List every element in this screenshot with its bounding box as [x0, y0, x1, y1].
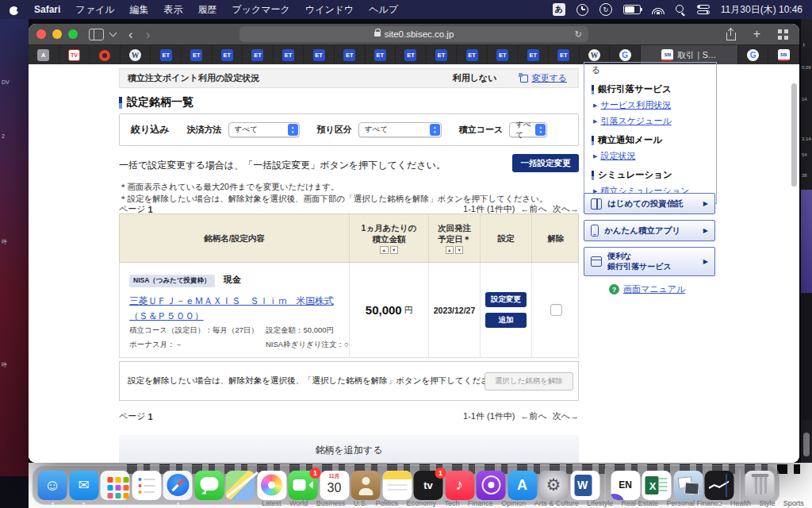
launchpad-dock-icon[interactable] — [101, 471, 130, 500]
address-bar[interactable]: site0.sbisec.co.jp ↻ — [239, 26, 588, 42]
safari-dock-icon[interactable] — [163, 471, 193, 500]
calendar-icon — [591, 256, 602, 267]
sort-desc-icon[interactable]: ▼ — [455, 246, 463, 254]
photos-dock-icon[interactable] — [257, 471, 286, 500]
bulk-change-button[interactable]: 一括設定変更 — [512, 154, 579, 172]
trash-dock-icon[interactable] — [745, 471, 775, 500]
banner-button-2[interactable]: かんたん積立アプリ▶ — [584, 220, 715, 241]
menu-item-4[interactable]: 表示 — [163, 3, 182, 17]
finder-dock-icon[interactable]: ☺ — [38, 471, 67, 500]
en-app-dock-icon[interactable]: EN — [611, 471, 640, 500]
browser-tab-7[interactable]: ET — [213, 45, 243, 65]
add-setting-button[interactable]: 追加 — [485, 313, 527, 328]
browser-tab-2[interactable]: TV — [59, 45, 90, 65]
browser-tab-10[interactable]: ET — [304, 45, 335, 65]
mail-dock-icon[interactable]: ✉ — [69, 471, 98, 500]
share-icon[interactable] — [726, 29, 736, 40]
gallery-app-dock-icon[interactable] — [673, 471, 703, 500]
browser-tab-6[interactable]: ET — [182, 45, 213, 65]
sidebar-link[interactable]: サービス利用状況 — [600, 99, 671, 111]
battery-icon[interactable] — [623, 5, 641, 14]
minimize-window-button[interactable] — [52, 29, 62, 39]
sidebar-link[interactable]: 設定状況 — [600, 150, 635, 162]
sort-asc-icon[interactable]: ▲ — [380, 246, 388, 254]
change-setting-button[interactable]: 設定変更 — [485, 292, 527, 307]
fund-name-link[interactable]: 三菱ＵＦＪ－ｅＭＡＸＩＳ Ｓｌｉｍ 米国株式（Ｓ＆Ｐ５００） — [129, 294, 339, 323]
notes-dock-icon[interactable] — [382, 471, 412, 500]
close-window-button[interactable] — [36, 29, 46, 39]
menu-item-2[interactable]: ファイル — [75, 3, 114, 17]
contacts-dock-icon[interactable] — [351, 471, 381, 500]
menu-item-5[interactable]: 履歴 — [197, 3, 216, 17]
reload-icon[interactable]: ↻ — [575, 29, 582, 40]
tab-overview-icon[interactable] — [778, 29, 788, 40]
browser-tab-12[interactable]: ET — [366, 45, 396, 65]
excel-dock-icon[interactable]: X — [642, 471, 672, 500]
screen-manual-link[interactable]: 画面マニュアル — [623, 283, 685, 295]
podcasts-dock-icon[interactable] — [477, 471, 506, 500]
reminders-dock-icon[interactable] — [132, 471, 161, 500]
apple-menu-icon[interactable] — [10, 5, 19, 15]
browser-tab-23[interactable]: SBI — [768, 45, 799, 65]
clock-status-icon[interactable] — [576, 4, 588, 16]
phone-icon — [591, 225, 599, 237]
sidebar-link[interactable]: 引落スケジュール — [600, 115, 671, 127]
browser-tab-15[interactable]: ET — [457, 45, 488, 65]
chevron-down-icon[interactable] — [109, 29, 117, 37]
input-source-icon[interactable]: あ — [553, 3, 565, 16]
back-button[interactable]: ‹ — [128, 28, 133, 41]
release-checkbox[interactable] — [550, 304, 562, 316]
menu-item-8[interactable]: ヘルプ — [369, 3, 398, 17]
banner-button-1[interactable]: はじめての投資信託▶ — [584, 193, 715, 214]
browser-tab-17[interactable]: ET — [519, 45, 550, 65]
sidebar-toggle-icon[interactable] — [89, 29, 104, 40]
sort-desc-icon[interactable]: ▼ — [390, 246, 398, 254]
filter-select-1[interactable]: すべて▲▼ — [228, 122, 300, 137]
browser-tab-8[interactable]: ET — [243, 45, 274, 65]
next-page-link[interactable]: 次へ→ — [553, 410, 579, 422]
result-range: 1-1件 (1件中) — [463, 410, 515, 422]
browser-tab-1[interactable]: A — [29, 45, 59, 65]
menu-item-7[interactable]: ウインドウ — [305, 3, 354, 17]
system-settings-dock-icon[interactable]: ⚙ — [539, 471, 569, 500]
browser-tab-13[interactable]: ET — [396, 45, 427, 65]
facetime-dock-icon[interactable]: 1 — [289, 471, 318, 500]
add-fund-bar[interactable]: 銘柄を追加する — [119, 435, 579, 463]
maps-dock-icon[interactable] — [226, 471, 255, 500]
browser-tab-4[interactable]: W — [121, 45, 151, 65]
browser-tab-22[interactable]: G — [738, 45, 769, 65]
browser-tab-16[interactable]: ET — [488, 45, 519, 65]
browser-tab-11[interactable]: ET — [335, 45, 366, 65]
browser-tab-5[interactable]: ET — [151, 45, 182, 65]
page-scrollbar[interactable] — [791, 83, 797, 187]
banner-button-3[interactable]: 便利な 銀行引落サービス▶ — [584, 247, 715, 276]
music-dock-icon[interactable]: ♪ — [445, 471, 474, 500]
release-selected-button[interactable]: 選択した銘柄を解除 — [485, 372, 573, 391]
browser-tab-3[interactable] — [90, 45, 121, 65]
menu-item-6[interactable]: ブックマーク — [232, 3, 289, 17]
menu-item-1[interactable]: Safari — [34, 4, 60, 15]
sort-asc-icon[interactable]: ▲ — [446, 246, 454, 254]
messages-dock-icon[interactable] — [194, 471, 224, 500]
prev-page-link[interactable]: ←前へ — [520, 410, 546, 422]
status-circle-icon[interactable]: ↻ — [599, 3, 612, 16]
browser-tab-9[interactable]: ET — [274, 45, 304, 65]
apple-tv-dock-icon[interactable]: tv1 — [414, 471, 443, 500]
zoom-window-button[interactable] — [68, 29, 78, 39]
forward-button[interactable]: › — [146, 28, 151, 41]
filter-select-2[interactable]: すべて▲▼ — [358, 122, 442, 137]
control-center-icon[interactable] — [697, 5, 710, 14]
new-tab-button[interactable]: + — [753, 28, 760, 40]
stocks-dock-icon[interactable] — [705, 471, 734, 500]
spotlight-icon[interactable] — [676, 5, 686, 15]
word-dock-icon[interactable]: W — [570, 471, 599, 500]
calendar-dock-icon[interactable]: 11月30 — [320, 471, 349, 500]
menu-item-3[interactable]: 編集 — [129, 3, 148, 17]
wifi-icon[interactable] — [652, 5, 665, 14]
menu-bar-clock[interactable]: 11月30日(木) 10:46 — [721, 3, 802, 17]
browser-tab-18[interactable]: ET — [549, 45, 580, 65]
change-point-setting-link[interactable]: 変更する — [531, 72, 567, 84]
browser-tab-14[interactable]: ET — [427, 45, 458, 65]
filter-select-3[interactable]: すべて▲▼ — [509, 122, 547, 137]
app-store-dock-icon[interactable]: A — [508, 471, 537, 500]
